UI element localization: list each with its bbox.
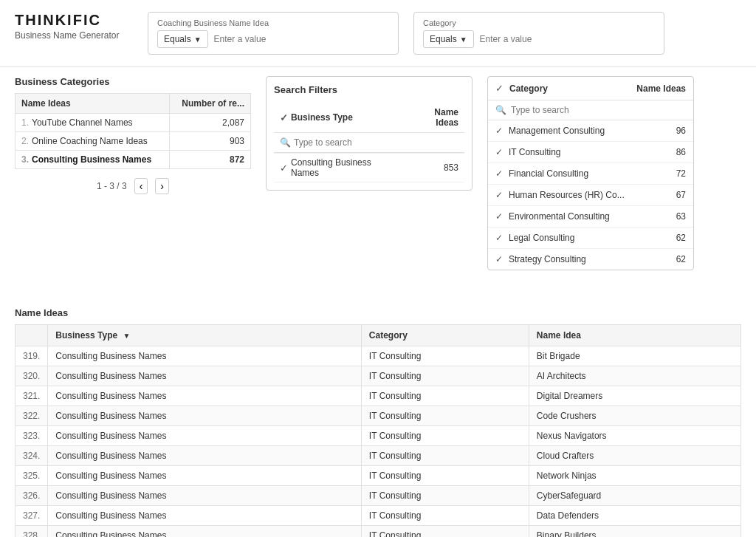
logo-area: THINKIFIC Business Name Generator bbox=[15, 12, 133, 41]
category-row-count: 96 bbox=[676, 126, 686, 136]
category-row-name: 2.Online Coaching Name Ideas bbox=[16, 132, 170, 151]
ni-row-type: Consulting Business Names bbox=[48, 406, 362, 426]
name-idea-row[interactable]: 325. Consulting Business Names IT Consul… bbox=[16, 466, 741, 486]
name-ideas-table: Business Type ▼ Category Name Idea 319. … bbox=[15, 324, 741, 537]
ni-row-idea: Binary Builders bbox=[529, 526, 740, 538]
ni-row-category: IT Consulting bbox=[361, 486, 529, 506]
filter1-operator[interactable]: Equals ▼ bbox=[157, 30, 208, 48]
filter1-arrow-icon: ▼ bbox=[194, 35, 202, 44]
category-row-count: 2,087 bbox=[169, 114, 250, 132]
category-row-check-icon: ✓ bbox=[495, 233, 503, 243]
category-row-count: 86 bbox=[676, 147, 686, 157]
ni-row-type: Consulting Business Names bbox=[48, 426, 362, 446]
ni-row-category: IT Consulting bbox=[361, 366, 529, 386]
category-filter-row[interactable]: ✓ IT Consulting 86 bbox=[488, 142, 693, 163]
category-row-name: Financial Consulting bbox=[509, 168, 676, 179]
category-row-name: Environmental Consulting bbox=[509, 211, 676, 222]
search-filters-table: ✓ Business Type Name Ideas 🔍 bbox=[274, 103, 464, 182]
category-filter-row[interactable]: ✓ Management Consulting 96 bbox=[488, 120, 693, 142]
category-row-name: Human Resources (HR) Co... bbox=[509, 190, 676, 200]
category-row-check-icon: ✓ bbox=[495, 147, 503, 157]
ni-row-category: IT Consulting bbox=[361, 406, 529, 426]
ni-row-type: Consulting Business Names bbox=[48, 466, 362, 486]
header: THINKIFIC Business Name Generator Coachi… bbox=[0, 0, 756, 67]
category-row-count: 72 bbox=[676, 168, 686, 179]
ni-row-num: 320. bbox=[16, 366, 48, 386]
sf-row-check-icon: ✓ bbox=[280, 163, 288, 174]
ni-col-num-header bbox=[16, 325, 48, 346]
pagination-text: 1 - 3 / 3 bbox=[97, 181, 127, 191]
ni-row-num: 328. bbox=[16, 526, 48, 538]
category-row-count: 63 bbox=[676, 211, 686, 222]
category-row[interactable]: 2.Online Coaching Name Ideas 903 bbox=[16, 132, 251, 151]
filter2-row: Equals ▼ bbox=[423, 30, 655, 48]
categories-col1-header: Name Ideas bbox=[16, 94, 170, 114]
filter1-label: Coaching Business Name Idea bbox=[157, 18, 389, 27]
category-col2-header: Name Ideas bbox=[636, 83, 686, 94]
category-filter-panel: ✓ Category Name Ideas 🔍 ✓ Management Con… bbox=[487, 76, 694, 270]
category-search-icon: 🔍 bbox=[495, 105, 506, 115]
ni-row-category: IT Consulting bbox=[361, 446, 529, 466]
ni-row-num: 321. bbox=[16, 386, 48, 406]
left-panel: Business Categories Name Ideas Number of… bbox=[15, 76, 251, 298]
name-idea-row[interactable]: 321. Consulting Business Names IT Consul… bbox=[16, 386, 741, 406]
filter1-input[interactable] bbox=[214, 34, 389, 44]
name-idea-row[interactable]: 322. Consulting Business Names IT Consul… bbox=[16, 406, 741, 426]
logo-text: THINKIFIC bbox=[15, 12, 133, 29]
ni-row-category: IT Consulting bbox=[361, 346, 529, 366]
name-idea-row[interactable]: 320. Consulting Business Names IT Consul… bbox=[16, 366, 741, 386]
ni-row-num: 326. bbox=[16, 486, 48, 506]
name-idea-row[interactable]: 319. Consulting Business Names IT Consul… bbox=[16, 346, 741, 366]
ni-row-num: 325. bbox=[16, 466, 48, 486]
ni-col-idea-header: Name Idea bbox=[529, 325, 740, 346]
category-filter-row[interactable]: ✓ Strategy Consulting 62 bbox=[488, 249, 693, 270]
sf-col2-header: Name Ideas bbox=[405, 103, 464, 133]
ni-row-idea: Bit Brigade bbox=[529, 346, 740, 366]
sf-search-input[interactable] bbox=[294, 137, 405, 148]
sf-data-row[interactable]: ✓ Consulting Business Names 853 bbox=[274, 154, 464, 182]
category-row-name: Management Consulting bbox=[509, 126, 676, 136]
sf-search-icon: 🔍 bbox=[280, 137, 291, 148]
pagination-prev-button[interactable]: ‹ bbox=[134, 178, 148, 194]
category-filter-row[interactable]: ✓ Financial Consulting 72 bbox=[488, 163, 693, 185]
category-filter-header: ✓ Category Name Ideas bbox=[488, 77, 693, 100]
name-ideas-title: Name Ideas bbox=[15, 307, 741, 318]
sf-row-type-text: Consulting Business Names bbox=[291, 157, 399, 178]
pagination-next-button[interactable]: › bbox=[155, 178, 169, 194]
category-row[interactable]: 3.Consulting Business Names 872 bbox=[16, 151, 251, 169]
categories-col2-header: Number of re... bbox=[169, 94, 250, 114]
ni-row-type: Consulting Business Names bbox=[48, 446, 362, 466]
category-row-count: 903 bbox=[169, 132, 250, 151]
category-filter-row[interactable]: ✓ Environmental Consulting 63 bbox=[488, 206, 693, 228]
name-idea-row[interactable]: 326. Consulting Business Names IT Consul… bbox=[16, 486, 741, 506]
name-idea-row[interactable]: 328. Consulting Business Names IT Consul… bbox=[16, 526, 741, 538]
category-search-input[interactable] bbox=[511, 105, 686, 115]
sf-search-row: 🔍 bbox=[274, 133, 464, 154]
name-idea-row[interactable]: 324. Consulting Business Names IT Consul… bbox=[16, 446, 741, 466]
category-col1-header: Category bbox=[509, 83, 636, 94]
category-row-name: 1.YouTube Channel Names bbox=[16, 114, 170, 132]
category-row-name: Legal Consulting bbox=[509, 233, 676, 243]
categories-table: Name Ideas Number of re... 1.YouTube Cha… bbox=[15, 93, 251, 169]
filter2-input[interactable] bbox=[480, 34, 655, 44]
ni-row-type: Consulting Business Names bbox=[48, 486, 362, 506]
name-idea-row[interactable]: 327. Consulting Business Names IT Consul… bbox=[16, 506, 741, 526]
category-rows-container: ✓ Management Consulting 96 ✓ IT Consulti… bbox=[488, 120, 693, 270]
filter2-operator[interactable]: Equals ▼ bbox=[423, 30, 474, 48]
category-row-name: IT Consulting bbox=[509, 147, 676, 157]
main-content: Business Categories Name Ideas Number of… bbox=[0, 67, 756, 307]
category-row-count: 62 bbox=[676, 254, 686, 264]
category-filter-row[interactable]: ✓ Human Resources (HR) Co... 67 bbox=[488, 185, 693, 206]
category-row-check-icon: ✓ bbox=[495, 126, 503, 136]
category-filter-row[interactable]: ✓ Legal Consulting 62 bbox=[488, 228, 693, 249]
sf-row-count: 853 bbox=[405, 154, 464, 182]
bottom-section: Name Ideas Business Type ▼ Category Name… bbox=[0, 307, 756, 537]
category-row-count: 67 bbox=[676, 190, 686, 200]
ni-col-type-header[interactable]: Business Type ▼ bbox=[48, 325, 362, 346]
filter2-label: Category bbox=[423, 18, 655, 27]
ni-row-type: Consulting Business Names bbox=[48, 526, 362, 538]
pagination: 1 - 3 / 3 ‹ › bbox=[15, 178, 251, 194]
category-row[interactable]: 1.YouTube Channel Names 2,087 bbox=[16, 114, 251, 132]
ni-row-category: IT Consulting bbox=[361, 466, 529, 486]
name-idea-row[interactable]: 323. Consulting Business Names IT Consul… bbox=[16, 426, 741, 446]
